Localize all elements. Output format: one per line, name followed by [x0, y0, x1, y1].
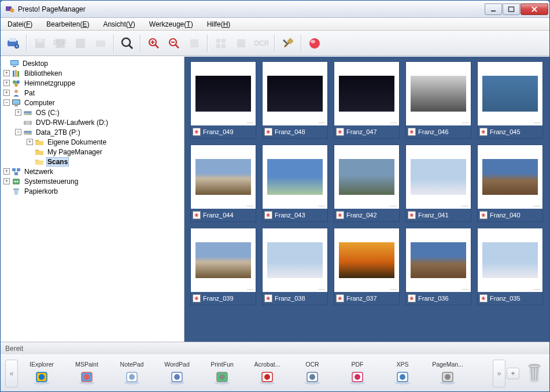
svg-rect-18 — [216, 39, 220, 43]
launch-app-icon — [257, 368, 278, 386]
thumbnail[interactable]: Franz_039 — [190, 228, 256, 305]
thumb-large-button — [232, 34, 250, 53]
image-type-icon — [479, 294, 488, 302]
tree-papierkorb[interactable]: Papierkorb — [2, 186, 183, 196]
launch-label: Acrobat... — [254, 361, 280, 368]
image-type-icon — [336, 294, 344, 302]
thumbnail[interactable]: Franz_043 — [262, 145, 328, 222]
thumbnail[interactable]: Franz_040 — [477, 145, 543, 222]
launch-item[interactable]: XPS — [382, 361, 423, 386]
launch-item[interactable]: PageMan... — [427, 361, 468, 386]
thumbnail[interactable]: Franz_046 — [405, 61, 471, 139]
menu-file[interactable]: Datei(F) — [4, 19, 36, 29]
launch-app-icon — [302, 368, 323, 386]
thumbnail-image — [195, 76, 251, 112]
tree-dvd-rw[interactable]: DVD-RW-Laufwerk (D:) — [2, 117, 183, 127]
svg-point-64 — [129, 374, 135, 380]
svg-point-42 — [29, 113, 31, 114]
launch-app-icon — [212, 368, 232, 386]
thumbnail[interactable]: Franz_035 — [477, 228, 543, 305]
close-button[interactable] — [521, 3, 548, 15]
launch-item[interactable]: MSPaint — [67, 361, 107, 386]
tree-scans[interactable]: Scans — [2, 157, 183, 167]
svg-point-36 — [14, 90, 18, 93]
thumbnail[interactable]: Franz_041 — [405, 145, 471, 222]
launch-item[interactable]: PrintFun — [202, 361, 242, 386]
magnify-button[interactable] — [118, 34, 136, 53]
control-panel-icon — [12, 177, 21, 186]
svg-point-45 — [27, 122, 28, 123]
launch-label: OCR — [305, 361, 319, 368]
thumbnail[interactable]: Franz_037 — [334, 228, 400, 305]
tree-pat[interactable]: +Pat — [2, 88, 183, 98]
menu-help[interactable]: Hilfe(H) — [204, 19, 234, 29]
minimize-button[interactable] — [485, 3, 502, 15]
save-button — [31, 34, 49, 53]
thumbnail[interactable]: Franz_049 — [190, 61, 256, 139]
launch-label: NotePad — [120, 361, 144, 368]
tree-my-pagemanager[interactable]: My PageManager — [2, 147, 183, 157]
tree-netzwerk[interactable]: +Netzwerk — [2, 167, 183, 176]
launch-app-icon — [121, 368, 142, 386]
launch-app-icon — [392, 368, 413, 386]
thumbnail[interactable]: Franz_044 — [190, 145, 256, 222]
svg-rect-21 — [222, 44, 226, 48]
launch-app-icon — [167, 368, 187, 386]
launch-item[interactable]: NotePad — [112, 361, 152, 386]
svg-rect-13 — [96, 40, 105, 47]
save-pdf-button: PDF — [51, 34, 69, 53]
thumbnail[interactable]: Franz_036 — [405, 228, 471, 305]
svg-point-82 — [400, 374, 405, 380]
folder-tree[interactable]: Desktop +Bibliotheken +Heimnetzgruppe +P… — [1, 57, 184, 342]
launch-item[interactable]: OCR — [292, 361, 333, 386]
tree-data-2tb[interactable]: −Data_2TB (P:) — [2, 127, 183, 137]
thumbnail[interactable]: Franz_048 — [262, 61, 328, 139]
svg-rect-52 — [13, 179, 20, 184]
launch-label: IExplorer — [29, 361, 54, 368]
launch-item[interactable]: PDF — [337, 361, 378, 386]
tree-os-c[interactable]: +OS (C:) — [2, 108, 183, 117]
menu-edit[interactable]: Bearbeiten(E) — [43, 19, 93, 29]
tree-computer[interactable]: −Computer — [2, 98, 183, 108]
tree-systemsteuerung[interactable]: +Systemsteuerung — [2, 176, 183, 186]
launch-trash-icon[interactable] — [524, 361, 545, 386]
menu-tools[interactable]: Werkzeuge(T) — [146, 19, 197, 29]
thumbnail[interactable]: Franz_045 — [477, 61, 543, 139]
svg-rect-49 — [12, 168, 16, 171]
svg-rect-38 — [13, 100, 20, 104]
thumbnail-image — [411, 159, 466, 195]
tree-eigene-dokumente[interactable]: +Eigene Dokumente — [2, 137, 183, 147]
launch-add-button[interactable]: + — [507, 368, 519, 379]
app-icon — [5, 5, 14, 14]
record-button[interactable] — [305, 34, 324, 53]
thumb-small-button — [212, 34, 230, 53]
computer-icon — [12, 98, 21, 108]
launch-next-button[interactable]: » — [493, 360, 505, 387]
svg-rect-31 — [15, 70, 17, 77]
thumbnail-image — [195, 242, 251, 278]
tree-desktop[interactable]: Desktop — [2, 58, 183, 68]
settings-button[interactable] — [279, 34, 297, 53]
thumbnail[interactable]: Franz_038 — [262, 228, 328, 305]
tree-heimnetzgruppe[interactable]: +Heimnetzgruppe — [2, 78, 183, 88]
launch-item[interactable]: IExplorer — [21, 361, 62, 386]
network-icon — [12, 167, 21, 176]
thumbnail-area[interactable]: Franz_049Franz_048Franz_047Franz_046Fran… — [184, 57, 549, 342]
thumbnail[interactable]: Franz_042 — [334, 145, 400, 222]
svg-rect-5 — [9, 38, 16, 42]
image-type-icon — [264, 128, 272, 136]
launch-item[interactable]: WordPad — [157, 361, 197, 386]
launch-app-icon — [347, 368, 368, 386]
scan-button[interactable] — [4, 34, 23, 53]
maximize-button[interactable] — [503, 3, 520, 15]
svg-point-26 — [311, 40, 315, 43]
launch-item[interactable]: Acrobat... — [247, 361, 287, 386]
menu-view[interactable]: Ansicht(V) — [99, 19, 138, 29]
thumbnail-label: Franz_048 — [275, 128, 305, 135]
zoom-in-button[interactable] — [145, 34, 163, 53]
zoom-out-button[interactable] — [165, 34, 183, 53]
thumbnail[interactable]: Franz_047 — [334, 61, 400, 139]
launch-prev-button[interactable]: « — [5, 360, 18, 387]
thumbnail-image — [482, 159, 538, 195]
tree-bibliotheken[interactable]: +Bibliotheken — [2, 68, 183, 78]
